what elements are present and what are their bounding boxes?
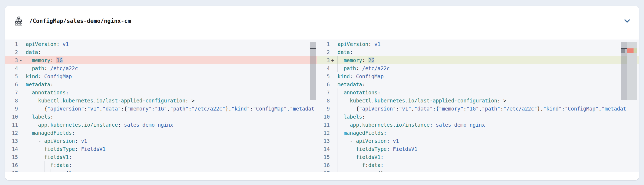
code-line[interactable]: 10 labels: — [317, 113, 639, 121]
code-line[interactable]: 12 managedFields: — [317, 129, 639, 137]
code-line[interactable]: 17 .: {} — [317, 169, 639, 172]
line-number: 5 — [317, 72, 330, 80]
code-line[interactable]: 17 .: {} — [5, 169, 317, 172]
line-number: 14 — [317, 145, 330, 153]
code-line[interactable]: 4 path: /etc/a22c — [5, 64, 317, 72]
code-text: path: /etc/a22c — [26, 64, 317, 72]
ruler-removed-mark — [627, 48, 634, 53]
code-text: memory: 2G — [338, 56, 639, 64]
line-number: 2 — [317, 48, 330, 56]
code-line[interactable]: 11 app.kubernetes.io/instance: sales-dem… — [5, 121, 317, 129]
code-line[interactable]: 15 fieldsV1: — [317, 153, 639, 161]
code-line[interactable]: 5kind: ConfigMap — [317, 72, 639, 80]
code-text: fieldsType: FieldsV1 — [338, 145, 639, 153]
line-number: 9 — [317, 105, 330, 113]
resource-hierarchy-icon — [15, 16, 22, 26]
line-number: 13 — [5, 137, 18, 145]
code-text: data: — [338, 48, 639, 56]
code-text: managedFields: — [26, 129, 317, 137]
line-number: 12 — [317, 129, 330, 137]
code-text: metadata: — [338, 80, 639, 88]
code-line[interactable]: 5kind: ConfigMap — [5, 72, 317, 80]
code-text: labels: — [26, 113, 317, 121]
code-text: kubectl.kubernetes.io/last-applied-confi… — [26, 97, 317, 105]
code-text: managedFields: — [338, 129, 639, 137]
code-text: annotations: — [338, 88, 639, 97]
code-line[interactable]: 1apiVersion: v1 — [5, 40, 317, 48]
line-number: 16 — [5, 161, 18, 169]
line-number: 13 — [317, 137, 330, 145]
line-number: 15 — [5, 153, 18, 161]
code-text: f:data: — [338, 161, 639, 169]
code-line[interactable]: 13 - apiVersion: v1 — [317, 137, 639, 145]
code-line[interactable]: 16 f:data: — [317, 161, 639, 169]
code-text: app.kubernetes.io/instance: sales-demo-n… — [26, 121, 317, 129]
line-number: 17 — [317, 169, 330, 172]
scrollbar-cursor-block — [621, 49, 625, 53]
code-text: fieldsType: FieldsV1 — [26, 145, 317, 153]
code-line[interactable]: 10 labels: — [5, 113, 317, 121]
code-text: {"apiVersion":"v1","data":{"memory":"1G"… — [26, 105, 317, 113]
line-number: 7 — [317, 88, 330, 97]
line-number: 10 — [5, 113, 18, 121]
code-line[interactable]: 15 fieldsV1: — [5, 153, 317, 161]
code-line[interactable]: 2data: — [5, 48, 317, 56]
code-line[interactable]: 4 path: /etc/a22c — [317, 64, 639, 72]
code-text: metadata: — [26, 80, 317, 88]
code-text: .: {} — [338, 169, 639, 172]
code-text: annotations: — [26, 88, 317, 97]
code-text: memory: 1G — [26, 56, 317, 64]
code-line[interactable]: 3+ memory: 2G — [317, 56, 639, 64]
code-line[interactable]: 14 fieldsType: FieldsV1 — [317, 145, 639, 153]
line-number: 16 — [317, 161, 330, 169]
line-number: 1 — [5, 40, 18, 48]
code-line[interactable]: 16 f:data: — [5, 161, 317, 169]
ruler-added-mark — [634, 48, 637, 53]
overview-ruler[interactable] — [627, 42, 637, 100]
code-text: - apiVersion: v1 — [26, 137, 317, 145]
code-line[interactable]: 13 - apiVersion: v1 — [5, 137, 317, 145]
code-line[interactable]: 11 app.kubernetes.io/instance: sales-dem… — [317, 121, 639, 129]
line-number: 8 — [317, 97, 330, 105]
code-line[interactable]: 9 {"apiVersion":"v1","data":{"memory":"1… — [317, 105, 639, 113]
code-line[interactable]: 7 annotations: — [317, 88, 639, 97]
code-line[interactable]: 7 annotations: — [5, 88, 317, 97]
code-text: fieldsV1: — [338, 153, 639, 161]
line-number: 6 — [5, 80, 18, 88]
code-line[interactable]: 6metadata: — [5, 80, 317, 88]
code-text: kind: ConfigMap — [338, 72, 639, 80]
diff-marker: - — [19, 56, 22, 64]
line-number: 11 — [317, 121, 330, 129]
scrollbar-cursor-mark — [310, 48, 316, 49]
code-text: fieldsV1: — [26, 153, 317, 161]
code-text: labels: — [338, 113, 639, 121]
line-number: 6 — [317, 80, 330, 88]
diff-pane-modified[interactable]: 1apiVersion: v12data:3+ memory: 2G4 path… — [317, 40, 639, 172]
left-scrollbar-thumb[interactable] — [310, 42, 316, 100]
code-line[interactable]: 8 kubectl.kubernetes.io/last-applied-con… — [317, 97, 639, 105]
line-number: 12 — [5, 129, 18, 137]
chevron-down-icon[interactable] — [622, 16, 632, 26]
code-text: apiVersion: v1 — [26, 40, 317, 48]
diff-card-header[interactable]: /ConfigMap/sales-demo/nginx-cm — [5, 6, 639, 36]
code-line[interactable]: 2data: — [317, 48, 639, 56]
line-number: 3 — [317, 56, 330, 64]
line-number: 11 — [5, 121, 18, 129]
code-text: - apiVersion: v1 — [338, 137, 639, 145]
line-number: 8 — [5, 97, 18, 105]
line-number: 14 — [5, 145, 18, 153]
right-scrollbar-thumb[interactable] — [621, 42, 627, 100]
code-line[interactable]: 3- memory: 1G — [5, 56, 317, 64]
diff-pane-original[interactable]: 1apiVersion: v12data:3- memory: 1G4 path… — [5, 40, 317, 172]
line-number: 17 — [5, 169, 18, 172]
code-text: app.kubernetes.io/instance: sales-demo-n… — [338, 121, 639, 129]
line-number: 4 — [5, 64, 18, 72]
code-line[interactable]: 1apiVersion: v1 — [317, 40, 639, 48]
code-line[interactable]: 6metadata: — [317, 80, 639, 88]
code-line[interactable]: 12 managedFields: — [5, 129, 317, 137]
code-line[interactable]: 8 kubectl.kubernetes.io/last-applied-con… — [5, 97, 317, 105]
code-line[interactable]: 9 {"apiVersion":"v1","data":{"memory":"1… — [5, 105, 317, 113]
line-number: 10 — [317, 113, 330, 121]
code-line[interactable]: 14 fieldsType: FieldsV1 — [5, 145, 317, 153]
code-text: apiVersion: v1 — [338, 40, 639, 48]
